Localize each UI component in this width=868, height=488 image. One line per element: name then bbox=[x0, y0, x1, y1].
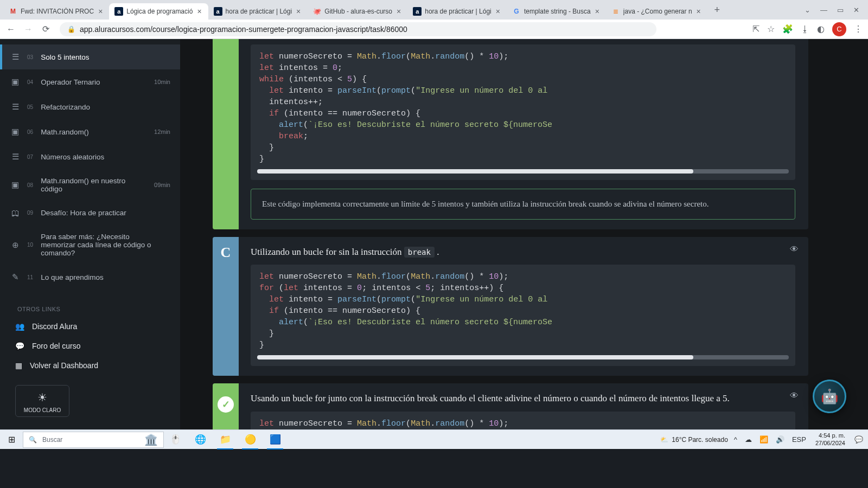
link-label: Volver al Dashboard bbox=[30, 361, 98, 370]
share-icon[interactable]: ⇱ bbox=[752, 24, 760, 34]
sidebar-lesson[interactable]: ✎11Lo que aprendimos bbox=[0, 265, 180, 290]
close-icon[interactable]: × bbox=[695, 7, 702, 16]
lesson-number: 05 bbox=[27, 104, 33, 110]
close-icon[interactable]: × bbox=[295, 7, 302, 16]
chevron-down-icon[interactable]: ⌄ bbox=[805, 6, 810, 14]
language-indicator[interactable]: ESP bbox=[790, 435, 808, 444]
other-link[interactable]: 💬Foro del curso bbox=[0, 336, 180, 356]
forward-button[interactable]: → bbox=[23, 24, 34, 35]
answer-body: 👁 Usando un bucle for junto con la instr… bbox=[239, 383, 808, 429]
weather-widget[interactable]: ⛅16°C Parc. soleado bbox=[660, 436, 728, 444]
sidebar-lesson[interactable]: ⊕10Para saber más: ¿Necesito memorizar c… bbox=[0, 225, 180, 265]
edge-icon[interactable]: 🌐 bbox=[189, 430, 212, 450]
tab-gmail[interactable]: MFwd: INVITACIÓN PROC× bbox=[3, 3, 109, 20]
lesson-number: 04 bbox=[27, 79, 33, 85]
sidebar-lesson[interactable]: ☰03Solo 5 intentos bbox=[0, 44, 180, 69]
browser-chrome: MFwd: INVITACIÓN PROC× aLógica de progra… bbox=[0, 0, 868, 39]
lesson-list: ☰03Solo 5 intentos▣04Operador Ternario10… bbox=[0, 44, 180, 290]
close-icon[interactable]: × bbox=[594, 7, 601, 16]
lesson-label: Math.random() en nuestro código bbox=[41, 177, 148, 193]
back-button[interactable]: ← bbox=[5, 24, 16, 35]
tab-title: java - ¿Como generar n bbox=[623, 8, 692, 15]
tray-chevron-icon[interactable]: ^ bbox=[732, 435, 739, 444]
other-link[interactable]: ▦Volver al Dashboard bbox=[0, 356, 180, 375]
answer-body: let numeroSecreto = Math.floor(Math.rand… bbox=[239, 39, 808, 229]
start-button[interactable]: ⊞ bbox=[0, 434, 23, 445]
explorer-icon[interactable]: 📁 bbox=[214, 430, 237, 450]
chrome-icon[interactable]: 🟡 bbox=[239, 430, 261, 450]
reload-button[interactable]: ⟳ bbox=[40, 24, 51, 35]
answer-option-d[interactable]: ✓ 👁 Usando un bucle for junto con la ins… bbox=[213, 383, 808, 429]
minimize-icon[interactable]: — bbox=[820, 6, 827, 14]
profile-avatar[interactable]: C bbox=[832, 22, 846, 36]
link-label: Foro del curso bbox=[32, 342, 80, 350]
code-horizontal-scrollbar[interactable] bbox=[257, 169, 789, 174]
lesson-number: 10 bbox=[27, 242, 33, 248]
search-decoration-icon: 🏛️ bbox=[144, 433, 158, 446]
notifications-icon[interactable]: 💬 bbox=[853, 435, 865, 444]
tab-alura-2[interactable]: ahora de prácticar | Lógi× bbox=[208, 3, 308, 20]
taskbar-search[interactable]: 🔍 Buscar 🏛️ bbox=[23, 432, 164, 448]
bookmark-icon[interactable]: ☆ bbox=[767, 24, 775, 34]
lesson-number: 03 bbox=[27, 54, 33, 60]
sidebar-lesson[interactable]: ☰07Números aleatorios bbox=[0, 144, 180, 169]
wifi-icon[interactable]: 📶 bbox=[758, 435, 770, 444]
tab-github[interactable]: 🐙GitHub - alura-es-curso× bbox=[307, 3, 407, 20]
tab-title: hora de prácticar | Lógi bbox=[425, 8, 492, 15]
new-tab-button[interactable]: + bbox=[710, 2, 725, 17]
tab-strip: MFwd: INVITACIÓN PROC× aLógica de progra… bbox=[0, 0, 868, 20]
sidebar-lesson[interactable]: 🕮09Desafío: Hora de practicar bbox=[0, 201, 180, 225]
main-content[interactable]: let numeroSecreto = Math.floor(Math.rand… bbox=[180, 39, 868, 429]
course-sidebar: ☰03Solo 5 intentos▣04Operador Ternario10… bbox=[0, 39, 180, 429]
tab-stackoverflow[interactable]: ≣java - ¿Como generar n× bbox=[606, 3, 707, 20]
tab-title: hora de prácticar | Lógi bbox=[226, 8, 292, 15]
volume-icon[interactable]: 🔊 bbox=[774, 435, 786, 444]
sidebar-lesson[interactable]: ▣06Math.random()12min bbox=[0, 119, 180, 144]
other-link[interactable]: 👥Discord Alura bbox=[0, 317, 180, 336]
window-controls: ⌄ — ▭ ✕ bbox=[805, 6, 865, 14]
taskbar-clock[interactable]: 4:54 p. m. 27/06/2024 bbox=[812, 432, 848, 446]
close-icon[interactable]: × bbox=[395, 7, 402, 16]
clock-time: 4:54 p. m. bbox=[815, 432, 845, 439]
close-icon[interactable]: × bbox=[495, 7, 501, 16]
vscode-icon[interactable]: 🟦 bbox=[264, 430, 286, 450]
incognito-icon[interactable]: ◐ bbox=[817, 24, 825, 34]
answer-feedback: Este código implementa correctamente un … bbox=[251, 189, 795, 220]
taskbar-apps: 🖱️ 🌐 📁 🟡 🟦 bbox=[164, 430, 286, 450]
close-window-icon[interactable]: ✕ bbox=[853, 6, 859, 14]
title-code: break bbox=[404, 247, 435, 258]
onedrive-icon[interactable]: ☁ bbox=[743, 435, 754, 444]
tab-title: Lógica de programació bbox=[126, 8, 193, 15]
maximize-icon[interactable]: ▭ bbox=[837, 6, 844, 14]
lesson-label: Operador Ternario bbox=[41, 78, 148, 86]
tab-alura-3[interactable]: ahora de prácticar | Lógi× bbox=[407, 3, 507, 20]
eye-icon[interactable]: 👁 bbox=[790, 245, 799, 254]
scrollbar-thumb[interactable] bbox=[257, 169, 693, 174]
close-icon[interactable]: × bbox=[196, 7, 202, 16]
menu-icon[interactable]: ⋮ bbox=[854, 24, 863, 34]
chat-fab-button[interactable]: 🤖 bbox=[813, 380, 846, 413]
tab-google[interactable]: Gtemplate string - Busca× bbox=[507, 3, 606, 20]
code-horizontal-scrollbar[interactable] bbox=[257, 355, 789, 359]
mouse-icon[interactable]: 🖱️ bbox=[164, 430, 187, 450]
tab-alura-active[interactable]: aLógica de programació× bbox=[109, 3, 208, 20]
stackoverflow-icon: ≣ bbox=[611, 7, 620, 16]
lesson-label: Desafío: Hora de practicar bbox=[41, 209, 164, 217]
downloads-icon[interactable]: ⭳ bbox=[801, 24, 809, 34]
answer-option-b: let numeroSecreto = Math.floor(Math.rand… bbox=[213, 39, 808, 229]
scrollbar-thumb[interactable] bbox=[257, 355, 693, 359]
answer-option-c[interactable]: C 👁 Utilizando un bucle for sin la instr… bbox=[213, 237, 808, 376]
sidebar-lesson[interactable]: ▣08Math.random() en nuestro código09min bbox=[0, 169, 180, 201]
light-mode-toggle[interactable]: ☀ MODO CLARO bbox=[15, 385, 69, 417]
sidebar-lesson[interactable]: ▣04Operador Ternario10min bbox=[0, 69, 180, 94]
extensions-icon[interactable]: 🧩 bbox=[782, 24, 793, 34]
eye-icon[interactable]: 👁 bbox=[790, 391, 799, 401]
clock-date: 27/06/2024 bbox=[815, 440, 845, 447]
answer-body: 👁 Utilizando un bucle for sin la instruc… bbox=[239, 237, 808, 376]
sidebar-lesson[interactable]: ☰05Refactorizando bbox=[0, 94, 180, 119]
url-field[interactable]: 🔒 app.aluracursos.com/course/logica-prog… bbox=[60, 22, 656, 36]
lesson-duration: 12min bbox=[154, 129, 170, 135]
close-icon[interactable]: × bbox=[97, 7, 104, 16]
link-icon: ▦ bbox=[15, 361, 22, 370]
lock-icon: 🔒 bbox=[67, 25, 75, 33]
